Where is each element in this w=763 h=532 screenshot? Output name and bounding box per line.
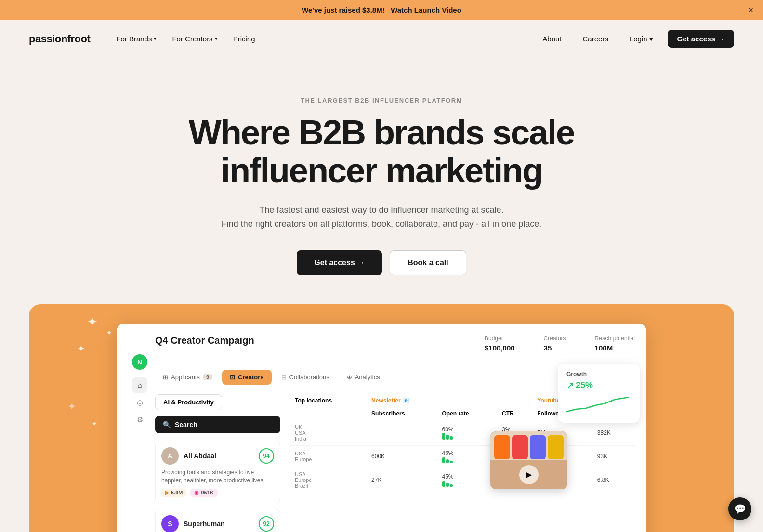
hero-eyebrow: THE LARGEST B2B INFLUENCER PLATFORM [19, 97, 744, 104]
nav-right-links: About Careers Login ▾ Get access → [536, 30, 734, 48]
sidebar: N ⌂ ◎ ⚙ [128, 354, 151, 428]
main-nav: passionfroot For Brands ▾ For Creators ▾… [0, 20, 763, 58]
sparkle-icon-2: ✦ [106, 328, 112, 337]
sidebar-settings-icon[interactable]: ⚙ [132, 412, 147, 428]
category-filter[interactable]: AI & Productivity [155, 394, 222, 410]
search-icon: 🔍 [163, 421, 171, 428]
hero-book-call-button[interactable]: Book a call [390, 250, 466, 275]
dashboard-card: N ⌂ ◎ ⚙ Q4 Creator Campaign Budget $100,… [117, 324, 646, 532]
creator-avatar-superhuman: S [161, 515, 179, 532]
growth-widget: Growth ↗ 25% [558, 364, 640, 423]
sparkle-icon-3: ✦ [77, 343, 85, 354]
hero-section: THE LARGEST B2B INFLUENCER PLATFORM Wher… [0, 58, 763, 304]
for-brands-chevron-icon: ▾ [154, 36, 157, 42]
hero-cta-group: Get access → Book a call [19, 250, 744, 275]
banner-link[interactable]: Watch Launch Video [391, 6, 461, 14]
growth-chart [566, 395, 631, 416]
creator-tags-1: ▶ 5.9M ◉ 951K [161, 489, 274, 497]
hero-subtitle: The fastest and easiest way to do influe… [19, 203, 744, 231]
creator-score-2: 92 [259, 516, 274, 532]
instagram-icon: ◉ [194, 490, 199, 496]
creator-list: A Ali Abdaal 94 Providing tools and stra… [155, 441, 280, 532]
login-button[interactable]: Login ▾ [623, 31, 660, 47]
campaign-title: Q4 Creator Campaign [155, 335, 254, 346]
col-subscribers: Subscribers [367, 407, 437, 420]
chat-widget[interactable]: 💬 [728, 497, 751, 520]
nav-for-brands[interactable]: For Brands ▾ [109, 31, 163, 47]
dashboard-preview-section: ✦ ✦ ✦ ✦ ✦ N ⌂ ◎ ⚙ Q4 Creator Campaign Bu… [29, 304, 734, 532]
campaign-header: Q4 Creator Campaign Budget $100,000 Crea… [155, 335, 635, 360]
creator-header-1: A Ali Abdaal 94 [161, 447, 274, 465]
col-newsletter: Newsletter 📧 [367, 394, 532, 407]
sidebar-user-avatar: N [132, 354, 147, 370]
chat-icon: 💬 [734, 503, 746, 515]
for-creators-chevron-icon: ▾ [215, 36, 218, 42]
login-chevron-icon: ▾ [649, 35, 653, 43]
creators-icon: ⊡ [230, 374, 235, 381]
tab-collaborations[interactable]: ⊟ Collaborations [274, 370, 337, 385]
col-locations: Top locations [290, 394, 367, 407]
hero-get-access-button[interactable]: Get access → [297, 250, 382, 275]
list-item: A Ali Abdaal 94 Providing tools and stra… [155, 441, 280, 503]
tab-applicants[interactable]: ⊞ Applicants 9 [155, 370, 220, 385]
left-filter-panel: AI & Productivity 🔍 Search A Ali Abdaal [155, 394, 280, 532]
nav-left-links: For Brands ▾ For Creators ▾ Pricing [109, 31, 536, 47]
col-open-rate: Open rate [437, 407, 498, 420]
list-item: S Superhuman 92 Superhuman is one of the… [155, 509, 280, 532]
youtube-icon: ▶ [165, 490, 169, 496]
banner-close[interactable]: × [748, 5, 753, 15]
growth-arrow-icon: ↗ [566, 380, 574, 391]
nav-careers[interactable]: Careers [576, 31, 615, 47]
creator-tag-ig: ◉ 951K [190, 489, 217, 497]
search-bar[interactable]: 🔍 Search [155, 416, 280, 433]
creator-tag-yt: ▶ 5.9M [161, 489, 186, 497]
video-preview[interactable]: ▶ [490, 431, 567, 489]
table-row: UK USA India — 60% [290, 420, 635, 445]
analytics-icon: ⊕ [347, 374, 352, 381]
hero-title: Where B2B brands scale influencer market… [19, 114, 744, 190]
sparkle-icon-1: ✦ [87, 314, 98, 330]
applicants-icon: ⊞ [163, 374, 168, 381]
tab-creators[interactable]: ⊡ Creators [222, 370, 271, 385]
creator-avatar-ali: A [161, 447, 179, 465]
col-ctr: CTR [497, 407, 532, 420]
sidebar-target-icon[interactable]: ◎ [132, 395, 147, 410]
nav-get-access-button[interactable]: Get access → [668, 30, 734, 48]
creator-header-2: S Superhuman 92 [161, 515, 274, 532]
stat-reach: Reach potential 100M [595, 335, 635, 352]
announcement-banner: We've just raised $3.8M! Watch Launch Vi… [0, 0, 763, 20]
nav-pricing[interactable]: Pricing [226, 31, 262, 47]
sparkle-icon-4: ✦ [67, 401, 76, 413]
nav-for-creators[interactable]: For Creators ▾ [165, 31, 224, 47]
stat-budget: Budget $100,000 [485, 335, 515, 352]
play-button-icon[interactable]: ▶ [519, 465, 539, 484]
creator-score-1: 94 [259, 448, 274, 464]
sidebar-home-icon[interactable]: ⌂ [132, 377, 147, 393]
nav-about[interactable]: About [536, 31, 568, 47]
table-row: USA Europe Brazil 27K 45% [290, 467, 635, 493]
table-row: USA Europe 600K 46% [290, 445, 635, 467]
collaborations-icon: ⊟ [281, 374, 287, 381]
tab-analytics[interactable]: ⊕ Analytics [339, 370, 388, 385]
stat-creators: Creators 35 [544, 335, 566, 352]
campaign-stats: Budget $100,000 Creators 35 Reach potent… [485, 335, 635, 352]
logo[interactable]: passionfroot [29, 33, 90, 45]
sparkle-icon-5: ✦ [92, 420, 97, 428]
banner-text: We've just raised $3.8M! [302, 6, 385, 14]
